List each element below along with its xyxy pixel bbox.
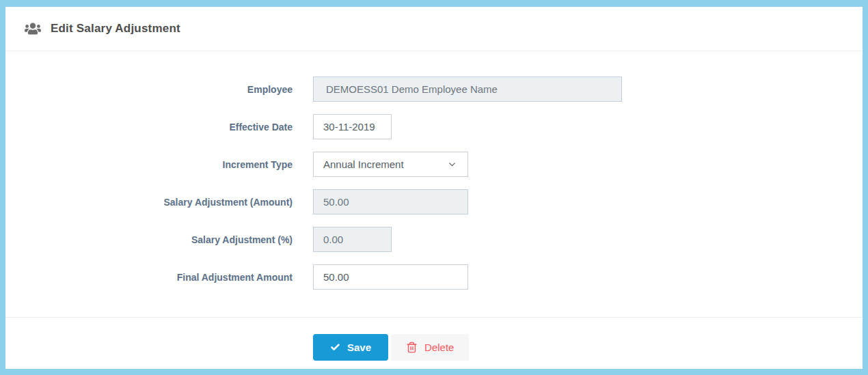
employee-label: Employee [5, 84, 293, 95]
employee-input [313, 77, 622, 102]
save-button[interactable]: Save [313, 334, 388, 361]
check-icon [330, 342, 340, 352]
page-frame: Edit Salary Adjustment Employee Effectiv… [0, 0, 868, 375]
increment-type-selected-value: Annual Increment [323, 158, 404, 170]
save-button-label: Save [347, 342, 371, 353]
delete-button-label: Delete [424, 342, 454, 353]
trash-icon [406, 342, 418, 353]
form-row-effective-date: Effective Date [5, 114, 863, 139]
form-row-employee: Employee [5, 77, 863, 102]
effective-date-label: Effective Date [5, 122, 293, 133]
form-row-salary-adjustment-percent: Salary Adjustment (%) [5, 227, 863, 252]
users-icon [25, 20, 41, 37]
card-footer: Save Delete [5, 317, 863, 370]
increment-type-select[interactable]: Annual Increment [313, 152, 468, 177]
salary-adjustment-percent-label: Salary Adjustment (%) [5, 234, 293, 245]
card-header: Edit Salary Adjustment [5, 7, 863, 51]
salary-adjustment-percent-input [313, 227, 392, 252]
increment-type-label: Increment Type [5, 159, 293, 170]
effective-date-input[interactable] [313, 114, 392, 139]
delete-button[interactable]: Delete [391, 334, 469, 361]
page-title: Edit Salary Adjustment [51, 22, 180, 36]
final-adjustment-amount-label: Final Adjustment Amount [5, 272, 293, 283]
salary-adjustment-form: Employee Effective Date Increment Type A… [5, 51, 863, 317]
salary-adjustment-amount-input [313, 189, 468, 214]
final-adjustment-amount-input[interactable] [313, 264, 468, 290]
form-row-final-adjustment-amount: Final Adjustment Amount [5, 264, 863, 290]
form-row-increment-type: Increment Type Annual Increment [5, 152, 863, 177]
chevron-down-icon [448, 160, 457, 169]
form-row-salary-adjustment-amount: Salary Adjustment (Amount) [5, 189, 863, 214]
salary-adjustment-amount-label: Salary Adjustment (Amount) [5, 197, 293, 208]
